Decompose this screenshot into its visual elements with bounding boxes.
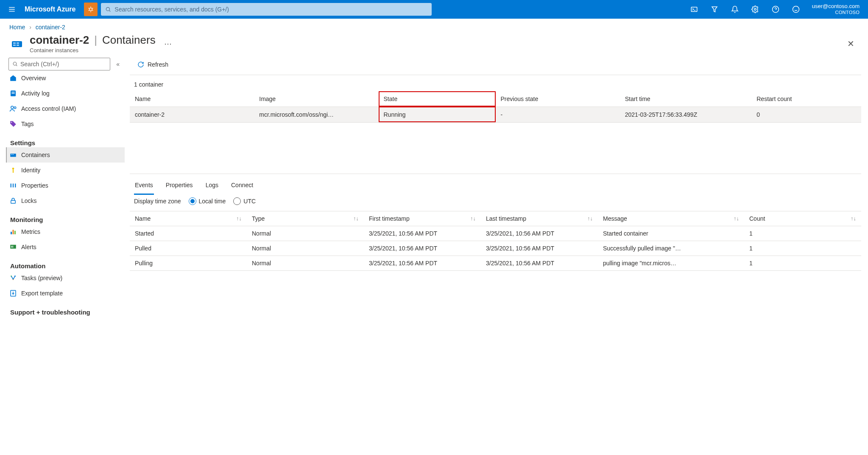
sidebar-search[interactable]: Search (Ctrl+/) [8,58,110,70]
topbar: Microsoft Azure Search resources, servic… [0,0,868,19]
resource-type-label: Container instances [30,48,156,53]
activity-log-icon [9,90,17,97]
radio-utc-label: UTC [243,198,256,205]
svg-rect-30 [11,92,15,93]
sort-icon: ↑↓ [353,215,359,222]
svg-line-6 [89,8,89,8]
tab-events[interactable]: Events [134,176,154,195]
sidebar-item-activity-log[interactable]: Activity log [6,86,125,101]
breadcrumb-current[interactable]: container-2 [36,24,65,31]
sidebar-item-tasks[interactable]: Tasks (preview) [6,270,125,286]
sort-icon: ↑↓ [734,215,739,222]
search-icon [105,6,111,12]
cell-ev-type: Normal [247,256,364,270]
sidebar-item-properties[interactable]: Properties [6,178,125,193]
sidebar-item-alerts[interactable]: Alerts [6,239,125,255]
col-name[interactable]: Name [130,91,254,107]
detail-tabs: Events Properties Logs Connect [130,174,861,195]
col-state[interactable]: State [379,91,496,107]
col-start-time[interactable]: Start time [620,91,752,107]
col-restart-count[interactable]: Restart count [751,91,861,107]
svg-rect-43 [11,232,12,234]
sidebar-item-containers[interactable]: Containers [6,147,125,163]
containers-icon [9,151,17,159]
col-image[interactable]: Image [254,91,378,107]
col-ev-first[interactable]: First timestamp↑↓ [364,211,481,226]
help-button[interactable] [767,1,784,18]
more-actions-button[interactable]: ⋯ [161,39,175,48]
cell-ev-message: Started container [598,226,744,241]
col-ev-type[interactable]: Type↑↓ [247,211,364,226]
tasks-icon [9,274,17,282]
svg-rect-36 [11,154,12,155]
svg-rect-44 [13,230,14,234]
sidebar-item-label: Tags [21,121,34,127]
col-previous-state[interactable]: Previous state [496,91,620,107]
sidebar-item-metrics[interactable]: Metrics [6,224,125,239]
tab-properties[interactable]: Properties [165,176,194,195]
table-row[interactable]: Pulled Normal 3/25/2021, 10:56 AM PDT 3/… [130,241,861,256]
locks-icon [9,197,17,205]
cell-ev-first: 3/25/2021, 10:56 AM PDT [364,256,481,270]
table-row[interactable]: Started Normal 3/25/2021, 10:56 AM PDT 3… [130,226,861,241]
col-ev-count[interactable]: Count↑↓ [744,211,861,226]
svg-rect-45 [14,231,16,234]
col-ev-message[interactable]: Message↑↓ [598,211,744,226]
timezone-row: Display time zone Local time UTC [130,195,861,211]
svg-point-26 [13,62,17,66]
sidebar-item-label: Properties [21,182,48,189]
directory-filter-button[interactable] [706,1,723,18]
sidebar-item-tags[interactable]: Tags [6,116,125,132]
global-search[interactable]: Search resources, services, and docs (G+… [101,3,432,16]
cell-restart-count: 0 [751,107,861,122]
sidebar-item-label: Access control (IAM) [21,105,76,112]
svg-line-27 [16,65,17,66]
breadcrumb-home[interactable]: Home [9,24,25,31]
radio-utc[interactable]: UTC [233,197,256,205]
tab-logs[interactable]: Logs [205,176,219,195]
brand-label[interactable]: Microsoft Azure [23,6,81,13]
notifications-button[interactable] [726,1,743,18]
cell-ev-count: 1 [744,226,861,241]
svg-marker-28 [10,75,16,81]
preview-bug-button[interactable] [84,3,98,16]
collapse-sidebar-button[interactable]: « [114,59,121,69]
metrics-icon [9,228,17,236]
sidebar-item-export-template[interactable]: Export template [6,286,125,301]
col-ev-last[interactable]: Last timestamp↑↓ [481,211,598,226]
settings-button[interactable] [747,1,764,18]
blade-header: container-2 | Containers Container insta… [0,32,868,53]
svg-rect-22 [13,42,16,44]
account-menu[interactable]: user@contoso.com CONTOSO [808,3,864,15]
sidebar-group-automation: Automation [8,255,125,270]
svg-rect-21 [12,41,22,47]
sidebar: Search (Ctrl+/) « Overview Activity log … [0,53,125,325]
close-blade-button[interactable]: ✕ [843,36,859,51]
tab-connect[interactable]: Connect [230,176,254,195]
svg-point-3 [89,8,92,11]
cell-ev-first: 3/25/2021, 10:56 AM PDT [364,241,481,256]
feedback-button[interactable] [787,1,804,18]
svg-rect-37 [13,154,14,155]
svg-rect-35 [10,154,16,157]
sidebar-item-identity[interactable]: Identity [6,163,125,178]
sidebar-item-access-control[interactable]: Access control (IAM) [6,101,125,116]
menu-button[interactable] [4,2,20,17]
cell-ev-last: 3/25/2021, 10:56 AM PDT [481,226,598,241]
svg-rect-25 [17,45,19,46]
table-row[interactable]: container-2 mcr.microsoft.com/oss/ngi… R… [130,107,861,122]
svg-rect-31 [11,93,15,94]
container-count-label: 1 container [130,75,861,91]
refresh-button[interactable]: Refresh [134,59,172,70]
col-ev-name[interactable]: Name↑↓ [130,211,247,226]
table-row[interactable]: Pulling Normal 3/25/2021, 10:56 AM PDT 3… [130,256,861,270]
sidebar-item-overview[interactable]: Overview [6,70,125,86]
radio-local-time[interactable]: Local time [189,197,226,205]
sidebar-item-locks[interactable]: Locks [6,193,125,208]
overview-icon [9,74,17,82]
cell-state: Running [379,107,496,122]
toolbar: Refresh [130,58,861,75]
cloud-shell-button[interactable] [686,1,703,18]
svg-line-9 [92,10,93,11]
sort-icon: ↑↓ [851,215,856,222]
